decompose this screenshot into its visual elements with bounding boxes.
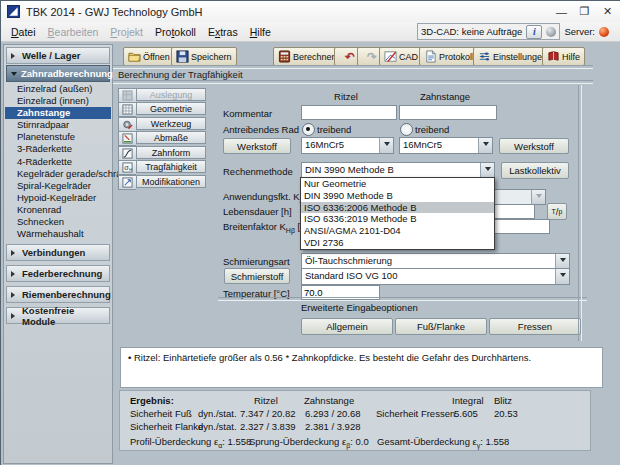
chevron-down-icon <box>11 72 17 79</box>
sidebar-item-selected[interactable]: Zahnstange <box>5 107 111 119</box>
fuss-mode: dyn./stat. <box>198 408 237 419</box>
sidebar-item[interactable]: Kegelräder gerade/schräg <box>5 168 111 180</box>
protocol-button[interactable]: Protokoll <box>419 47 479 66</box>
chevron-down-icon[interactable] <box>555 254 569 269</box>
nav-button-geometrie[interactable]: Geometrie <box>118 102 206 115</box>
treibend-radio-ritzel[interactable] <box>302 123 315 136</box>
sidebar-header-welle-lager[interactable]: Welle / Lager <box>6 47 110 64</box>
help-button[interactable]: Hilfe <box>542 47 585 66</box>
sidebar-header-verbindungen[interactable]: Verbindungen <box>6 244 110 261</box>
chevron-down-icon <box>531 190 545 204</box>
chevron-down-icon[interactable] <box>480 163 494 178</box>
sidebar-item[interactable]: Einzelrad (innen) <box>5 95 111 107</box>
sidebar-item[interactable]: Wärmehaushalt <box>5 228 111 240</box>
maximize-button[interactable]: ❐ <box>573 1 596 22</box>
design-icon <box>118 88 136 103</box>
werkstoff-combo-ritzel[interactable]: 16MnCr5 <box>301 137 394 154</box>
window-title: TBK 2014 - GWJ Technology GmbH <box>26 6 202 18</box>
nav-button-werkzeug[interactable]: Werkzeug <box>118 117 206 130</box>
sidebar-item[interactable]: Spiral-Kegelräder <box>5 180 111 192</box>
werkstoff-combo-zahnstange[interactable]: 16MnCr5 <box>399 137 493 154</box>
rechenmethode-label: Rechenmethode <box>223 166 293 177</box>
method-option[interactable]: Nur Geometrie <box>301 178 494 190</box>
sicherheit-fuss-label: Sicherheit Fuß <box>130 408 192 419</box>
chevron-right-icon <box>11 313 18 319</box>
fressen-blitz-value: 20.53 <box>494 408 518 419</box>
treibend-radio-zahnstange[interactable] <box>400 123 413 136</box>
antreibendes-rad-label: Antreibendes Rad <box>223 124 299 135</box>
menu-projekt: Projekt <box>104 26 149 38</box>
flanke-mode: dyn./stat. <box>198 421 237 432</box>
menu-hilfe[interactable]: Hilfe <box>244 26 277 38</box>
menu-extras[interactable]: Extras <box>202 26 244 38</box>
chevron-down-icon[interactable] <box>478 138 492 153</box>
cad-drawing-icon <box>384 50 397 63</box>
menu-bar: Datei Bearbeiten Projekt Protokoll Extra… <box>1 22 620 42</box>
nav-button-abmasse[interactable]: Abmaße <box>118 131 206 144</box>
calculate-button[interactable]: Berechnen <box>273 47 342 66</box>
method-option[interactable]: VDI 2736 <box>301 237 494 249</box>
document-icon <box>424 50 437 63</box>
sidebar-item[interactable]: 3-Räderkette <box>5 143 111 155</box>
werkstoff-button-zahnstange[interactable]: Werkstoff <box>499 138 569 154</box>
title-bar: TBK 2014 - GWJ Technology GmbH — ❐ ✕ <box>1 1 620 23</box>
fressen-button[interactable]: Fressen <box>489 318 581 335</box>
sidebar-item[interactable]: Kronenrad <box>5 204 111 216</box>
method-option[interactable]: ISO 6336:2019 Methode B <box>301 213 494 225</box>
sidebar-item[interactable]: Hypoid-Kegelräder <box>5 192 111 204</box>
sidebar-header-riemenberechnung[interactable]: Riemenberechnung <box>6 286 110 303</box>
tool-gear-icon <box>118 117 136 132</box>
nav-button-zahnform[interactable]: Zahnform <box>118 146 206 159</box>
chevron-down-icon[interactable] <box>555 269 569 284</box>
open-folder-icon <box>128 50 141 63</box>
method-option[interactable]: ANSI/AGMA 2101-D04 <box>301 225 494 237</box>
sidebar-item[interactable]: Planetenstufe <box>5 131 111 143</box>
breitenfaktor-label: Breitenfaktor KHβ [-] <box>223 221 306 234</box>
lastkollektiv-button[interactable]: Lastkollektiv <box>501 162 569 179</box>
sidebar-header-kostenfreie-module[interactable]: Kostenfreie Module <box>6 307 110 324</box>
schmierstoff-combo[interactable]: Standard ISO VG 100 <box>301 268 570 285</box>
modifications-icon <box>118 175 136 190</box>
info-button[interactable]: i <box>526 25 542 39</box>
open-button[interactable]: Öffnen <box>123 47 175 66</box>
chevron-right-icon <box>11 53 18 59</box>
sidebar-item[interactable]: Stirnradpaar <box>5 119 111 131</box>
chevron-right-icon <box>11 292 18 298</box>
save-button[interactable]: Speichern <box>171 47 237 66</box>
fuss-flanke-button[interactable]: Fuß/Flanke <box>395 318 487 335</box>
nav-button-tragfaehigkeit[interactable]: σH Tragfähigkeit <box>118 160 206 173</box>
method-option-highlighted[interactable]: ISO 6336:2006 Methode B <box>301 202 494 214</box>
sidebar-item[interactable]: 4-Räderkette <box>5 156 111 168</box>
sicherheit-fressen-label: Sicherheit Fressen <box>376 408 455 419</box>
sidebar-item[interactable]: Einzelrad (außen) <box>5 83 111 95</box>
method-option[interactable]: DIN 3990 Methode B <box>301 190 494 202</box>
cad-button[interactable]: CAD <box>379 47 423 66</box>
settings-button[interactable]: Einstellungen <box>473 47 552 66</box>
close-button[interactable]: ✕ <box>596 1 619 22</box>
app-window: TBK 2014 - GWJ Technology GmbH — ❐ ✕ Dat… <box>0 0 620 465</box>
profil-ueberdeckung: Profil-Überdeckung εα: 1.558 <box>130 436 251 449</box>
sidebar-header-zahnradberechnung[interactable]: Zahnradberechnung <box>6 65 110 82</box>
redo-icon: ↷ <box>367 51 377 63</box>
werkstoff-button-ritzel[interactable]: Werkstoff <box>223 138 291 154</box>
sidebar-header-federberechnung[interactable]: Federberechnung <box>6 265 110 282</box>
minimize-button[interactable]: — <box>550 1 573 22</box>
kommentar-zahnstange-input[interactable] <box>399 105 497 120</box>
chevron-down-icon[interactable] <box>379 138 393 153</box>
chevron-right-icon <box>11 250 18 256</box>
warning-box: • Ritzel: Einhärtetiefe größer als 0.56 … <box>120 347 603 388</box>
sidebar-item[interactable]: Schnecken <box>5 216 111 228</box>
cad-status-led-icon <box>546 27 556 37</box>
kommentar-ritzel-input[interactable] <box>301 105 397 120</box>
schmierstoff-button[interactable]: Schmierstoff <box>224 268 290 284</box>
cad-status-text: 3D-CAD: keine Aufträge <box>421 26 522 37</box>
lebensdauer-tp-button[interactable]: T/p <box>547 203 567 220</box>
menu-protokoll[interactable]: Protokoll <box>149 26 202 38</box>
nav-button-modifikationen[interactable]: Modifikationen <box>118 175 206 188</box>
fressen-integral-value: 5.605 <box>454 408 478 419</box>
allgemein-button[interactable]: Allgemein <box>301 318 393 335</box>
nav-button-auslegung: Auslegung <box>118 88 206 101</box>
menu-datei[interactable]: Datei <box>5 26 42 38</box>
results-col-ritzel: Ritzel <box>254 395 278 406</box>
erweiterte-eingabeoptionen-label: Erweiterte Eingabeoptionen <box>301 302 418 313</box>
